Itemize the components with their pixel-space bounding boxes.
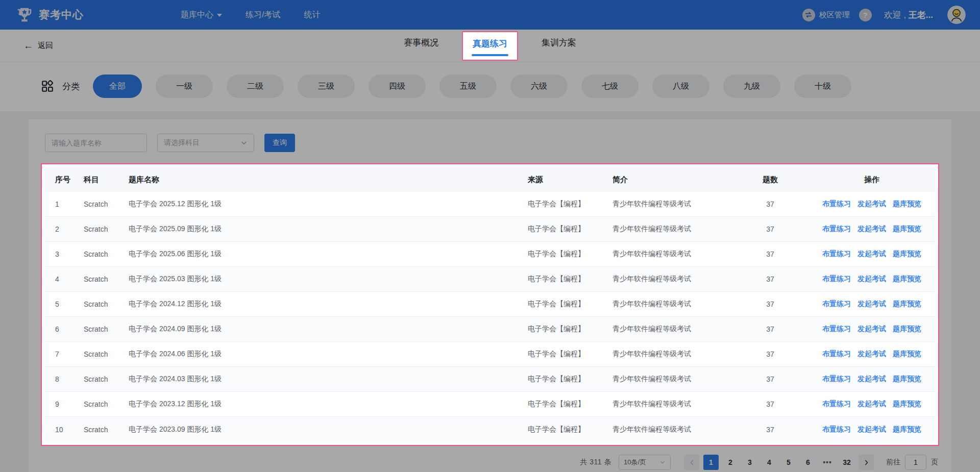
row-index: 8 [52, 375, 81, 383]
page-button-3[interactable]: 3 [742, 455, 757, 470]
level-pill-十级[interactable]: 十级 [794, 74, 851, 98]
brand[interactable]: 赛考中心 [16, 7, 84, 23]
row-index: 5 [52, 300, 81, 308]
topbar-nav: 题库中心练习/考试统计 [181, 10, 320, 20]
level-pill-六级[interactable]: 六级 [510, 74, 568, 98]
start-exam-link[interactable]: 发起考试 [857, 250, 886, 259]
back-button[interactable]: ← 返回 [23, 41, 53, 51]
row-source: 电子学会【编程】 [525, 275, 609, 284]
preview-bank-link[interactable]: 题库预览 [893, 350, 921, 359]
level-pill-七级[interactable]: 七级 [581, 74, 639, 98]
row-bank-name: 电子学会 2025.12 图形化 1级 [126, 200, 525, 209]
level-pill-四级[interactable]: 四级 [369, 74, 426, 98]
preview-bank-link[interactable]: 题库预览 [893, 375, 921, 384]
start-exam-link[interactable]: 发起考试 [857, 350, 886, 359]
tab-集训方案[interactable]: 集训方案 [542, 37, 576, 55]
row-question-count: 37 [725, 200, 816, 208]
nav-item-练习/考试[interactable]: 练习/考试 [246, 10, 280, 20]
preview-bank-link[interactable]: 题库预览 [893, 425, 921, 434]
level-pill-二级[interactable]: 二级 [227, 74, 284, 98]
bank-name-input[interactable] [45, 134, 147, 152]
assign-practice-link[interactable]: 布置练习 [822, 250, 851, 259]
page-button-6[interactable]: 6 [800, 455, 816, 470]
avatar[interactable] [947, 6, 966, 24]
switch-icon [802, 9, 815, 21]
preview-bank-link[interactable]: 题库预览 [893, 225, 921, 234]
query-button[interactable]: 查询 [264, 134, 295, 152]
start-exam-link[interactable]: 发起考试 [857, 300, 886, 309]
preview-bank-link[interactable]: 题库预览 [893, 400, 921, 409]
row-source: 电子学会【编程】 [525, 350, 609, 359]
page-button-2[interactable]: 2 [723, 455, 738, 470]
row-subject: Scratch [81, 250, 126, 258]
assign-practice-link[interactable]: 布置练习 [822, 425, 851, 434]
level-filter-group: 全部一级二级三级四级五级六级七级八级九级十级 [93, 74, 851, 98]
table-header-row: 序号科目题库名称来源简介题数操作 [45, 167, 935, 192]
assign-practice-link[interactable]: 布置练习 [822, 375, 851, 384]
start-exam-link[interactable]: 发起考试 [857, 225, 886, 234]
row-source: 电子学会【编程】 [525, 375, 609, 384]
nav-item-label: 题库中心 [181, 10, 213, 20]
assign-practice-link[interactable]: 布置练习 [822, 275, 851, 284]
page-button-1[interactable]: 1 [703, 455, 719, 470]
level-pill-五级[interactable]: 五级 [439, 74, 497, 98]
assign-practice-link[interactable]: 布置练习 [822, 350, 851, 359]
preview-bank-link[interactable]: 题库预览 [893, 325, 921, 334]
start-exam-link[interactable]: 发起考试 [857, 425, 886, 434]
assign-practice-link[interactable]: 布置练习 [822, 225, 851, 234]
pager-ellipsis[interactable]: ••• [820, 455, 835, 470]
next-page-button[interactable] [859, 455, 874, 470]
content-card: 请选择科目 查询 序号科目题库名称来源简介题数操作 1Scratch电子学会 2… [29, 119, 951, 472]
assign-practice-link[interactable]: 布置练习 [822, 400, 851, 409]
row-actions: 布置练习发起考试题库预览 [816, 400, 928, 409]
assign-practice-link[interactable]: 布置练习 [822, 325, 851, 334]
page-button-32[interactable]: 32 [839, 455, 854, 470]
page-size-select[interactable]: 10条/页 [619, 455, 671, 470]
level-pill-三级[interactable]: 三级 [298, 74, 355, 98]
tab-真题练习[interactable]: 真题练习 [472, 38, 508, 56]
level-pill-九级[interactable]: 九级 [723, 74, 780, 98]
assign-practice-link[interactable]: 布置练习 [822, 200, 851, 209]
welcome-username: 王老... [909, 10, 933, 20]
table-row: 3Scratch电子学会 2025.06 图形化 1级电子学会【编程】青少年软件… [45, 242, 935, 267]
level-pill-八级[interactable]: 八级 [652, 74, 709, 98]
nav-item-统计[interactable]: 统计 [304, 10, 320, 20]
page-button-5[interactable]: 5 [781, 455, 796, 470]
preview-bank-link[interactable]: 题库预览 [893, 250, 921, 259]
preview-bank-link[interactable]: 题库预览 [893, 300, 921, 309]
help-icon[interactable]: ? [859, 9, 872, 21]
page-button-4[interactable]: 4 [762, 455, 777, 470]
nav-item-label: 统计 [304, 10, 320, 20]
row-question-count: 37 [725, 426, 816, 434]
row-index: 9 [52, 400, 81, 408]
table-row: 4Scratch电子学会 2025.03 图形化 1级电子学会【编程】青少年软件… [45, 267, 935, 292]
pagination: 共 311 条 10条/页 123456•••32 前往 页 [42, 454, 938, 470]
row-description: 青少年软件编程等级考试 [609, 250, 725, 259]
start-exam-link[interactable]: 发起考试 [857, 200, 886, 209]
row-actions: 布置练习发起考试题库预览 [816, 350, 928, 359]
goto-page-input[interactable] [905, 455, 926, 470]
prev-page-button[interactable] [684, 455, 699, 470]
assign-practice-link[interactable]: 布置练习 [822, 300, 851, 309]
level-pill-全部[interactable]: 全部 [93, 74, 142, 98]
preview-bank-link[interactable]: 题库预览 [893, 275, 921, 284]
start-exam-link[interactable]: 发起考试 [857, 375, 886, 384]
level-pill-一级[interactable]: 一级 [156, 74, 213, 98]
preview-bank-link[interactable]: 题库预览 [893, 200, 921, 209]
goto-page: 前往 页 [886, 455, 938, 470]
row-description: 青少年软件编程等级考试 [609, 400, 725, 409]
start-exam-link[interactable]: 发起考试 [857, 400, 886, 409]
table-row: 5Scratch电子学会 2024.12 图形化 1级电子学会【编程】青少年软件… [45, 292, 935, 317]
column-header: 操作 [816, 175, 928, 185]
table-row: 6Scratch电子学会 2024.09 图形化 1级电子学会【编程】青少年软件… [45, 317, 935, 342]
nav-item-题库中心[interactable]: 题库中心 [181, 10, 222, 20]
page-root: 赛考中心 题库中心练习/考试统计 校区管理 ? 欢迎 , 王老... [0, 0, 980, 472]
column-header: 科目 [81, 175, 126, 185]
campus-switch[interactable]: 校区管理 [802, 9, 850, 21]
tab-赛事概况[interactable]: 赛事概况 [404, 37, 438, 55]
subject-select[interactable]: 请选择科目 [157, 134, 254, 152]
goto-label: 前往 [886, 458, 900, 467]
start-exam-link[interactable]: 发起考试 [857, 325, 886, 334]
row-index: 7 [52, 350, 81, 358]
start-exam-link[interactable]: 发起考试 [857, 275, 886, 284]
